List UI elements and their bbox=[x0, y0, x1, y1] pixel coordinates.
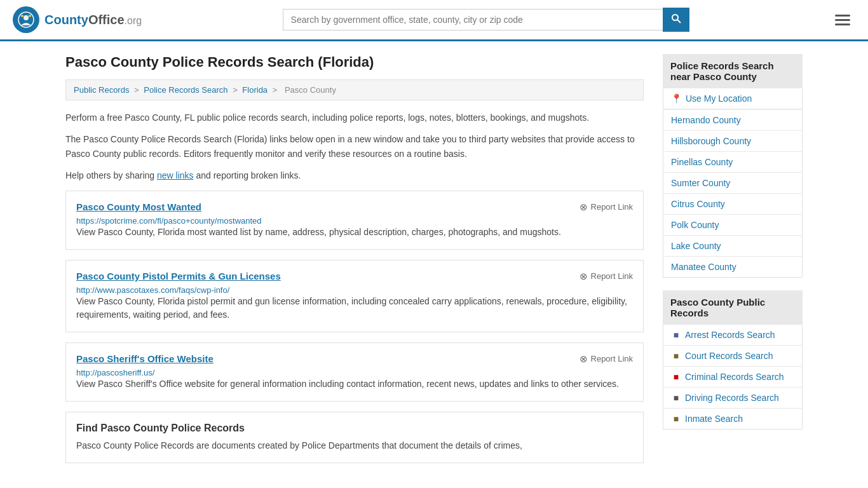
nearby-county-item-6[interactable]: Lake County bbox=[663, 236, 802, 257]
nearby-county-link-3[interactable]: Sumter County bbox=[663, 173, 802, 193]
logo-text: CountyOffice.org bbox=[44, 13, 142, 27]
nearby-county-link-4[interactable]: Citrus County bbox=[663, 194, 802, 214]
breadcrumb-sep3: > bbox=[273, 85, 280, 95]
result-item-2: Pasco Sheriff's Office Website ⊗ Report … bbox=[65, 342, 644, 402]
result-desc-0: View Pasco County, Florida most wanted l… bbox=[76, 226, 633, 239]
nearby-county-link-2[interactable]: Pinellas County bbox=[663, 152, 802, 172]
nearby-county-item-4[interactable]: Citrus County bbox=[663, 194, 802, 215]
report-icon-2: ⊗ bbox=[580, 353, 588, 365]
report-link-0[interactable]: ⊗ Report Link bbox=[580, 201, 633, 213]
nearby-county-link-7[interactable]: Manatee County bbox=[663, 257, 802, 277]
nearby-county-item-2[interactable]: Pinellas County bbox=[663, 152, 802, 173]
public-record-item-3[interactable]: ■ Driving Records Search bbox=[663, 388, 802, 409]
result-header-2: Pasco Sheriff's Office Website ⊗ Report … bbox=[76, 353, 633, 365]
result-url-0[interactable]: https://spotcrime.com/fl/pasco+county/mo… bbox=[76, 216, 262, 226]
nearby-county-item-0[interactable]: Hernando County bbox=[663, 110, 802, 131]
public-record-item-1[interactable]: ■ Court Records Search bbox=[663, 346, 802, 367]
breadcrumb-sep2: > bbox=[233, 85, 240, 95]
public-records-header: Pasco County Public Records bbox=[663, 290, 803, 325]
breadcrumb-florida[interactable]: Florida bbox=[242, 85, 268, 95]
hamburger-icon bbox=[835, 15, 850, 25]
hamburger-menu-button[interactable] bbox=[830, 12, 855, 28]
logo-icon bbox=[13, 6, 39, 33]
result-title-1[interactable]: Pasco County Pistol Permits & Gun Licens… bbox=[76, 271, 281, 281]
public-record-item-4[interactable]: ■ Inmate Search bbox=[663, 409, 802, 429]
find-section: Find Pasco County Police Records Pasco C… bbox=[65, 412, 644, 463]
svg-point-4 bbox=[672, 15, 678, 20]
public-record-item-0[interactable]: ■ Arrest Records Search bbox=[663, 325, 802, 346]
criminal-icon: ■ bbox=[671, 372, 681, 382]
breadcrumb-police-records-search[interactable]: Police Records Search bbox=[144, 85, 227, 95]
nearby-county-link-6[interactable]: Lake County bbox=[663, 236, 802, 256]
nearby-county-link-1[interactable]: Hillsborough County bbox=[663, 131, 802, 151]
arrest-icon: ■ bbox=[671, 330, 681, 340]
result-desc-2: View Pasco Sheriff's Office website for … bbox=[76, 377, 633, 391]
result-desc-1: View Pasco County, Florida pistol permit… bbox=[76, 295, 633, 322]
report-link-1[interactable]: ⊗ Report Link bbox=[580, 271, 633, 282]
svg-point-2 bbox=[21, 15, 24, 17]
find-section-title: Find Pasco County Police Records bbox=[76, 423, 633, 434]
nearby-county-item-5[interactable]: Polk County bbox=[663, 215, 802, 236]
nearby-section: Police Records Search near Pasco County … bbox=[663, 54, 803, 278]
court-icon: ■ bbox=[671, 351, 681, 361]
breadcrumb-public-records[interactable]: Public Records bbox=[74, 85, 129, 95]
public-records-list: ■ Arrest Records Search ■ Court Records … bbox=[663, 325, 803, 430]
sidebar: Police Records Search near Pasco County … bbox=[663, 54, 803, 463]
result-item-0: Pasco County Most Wanted ⊗ Report Link h… bbox=[65, 191, 644, 250]
svg-point-1 bbox=[24, 15, 29, 20]
nearby-county-item-7[interactable]: Manatee County bbox=[663, 257, 802, 277]
breadcrumb-sep1: > bbox=[134, 85, 141, 95]
svg-point-3 bbox=[29, 15, 31, 17]
use-location-item[interactable]: 📍 Use My Location bbox=[663, 88, 802, 110]
report-icon-1: ⊗ bbox=[580, 271, 588, 282]
header: CountyOffice.org bbox=[0, 0, 868, 41]
public-record-link-3[interactable]: ■ Driving Records Search bbox=[663, 388, 802, 408]
result-title-2[interactable]: Pasco Sheriff's Office Website bbox=[76, 353, 214, 364]
svg-line-5 bbox=[677, 20, 681, 23]
description-1: Perform a free Pasco County, FL public p… bbox=[65, 111, 644, 125]
nearby-county-link-5[interactable]: Polk County bbox=[663, 215, 802, 235]
nearby-county-item-3[interactable]: Sumter County bbox=[663, 173, 802, 194]
content-area: Pasco County Police Records Search (Flor… bbox=[65, 54, 644, 463]
main-container: Pasco County Police Records Search (Flor… bbox=[53, 41, 815, 476]
public-record-item-2[interactable]: ■ Criminal Records Search bbox=[663, 367, 802, 388]
description-2: The Pasco County Police Records Search (… bbox=[65, 132, 644, 161]
public-record-link-4[interactable]: ■ Inmate Search bbox=[663, 409, 802, 429]
use-location-link[interactable]: 📍 Use My Location bbox=[663, 88, 802, 109]
location-pin-icon: 📍 bbox=[671, 93, 682, 104]
public-record-link-1[interactable]: ■ Court Records Search bbox=[663, 346, 802, 366]
report-link-2[interactable]: ⊗ Report Link bbox=[580, 353, 633, 365]
header-right bbox=[830, 12, 855, 28]
search-input[interactable] bbox=[283, 9, 663, 30]
driving-icon: ■ bbox=[671, 393, 681, 403]
result-header-1: Pasco County Pistol Permits & Gun Licens… bbox=[76, 271, 633, 282]
breadcrumb: Public Records > Police Records Search >… bbox=[65, 79, 644, 100]
result-title-0[interactable]: Pasco County Most Wanted bbox=[76, 201, 201, 212]
breadcrumb-pasco-county: Pasco County bbox=[285, 85, 336, 95]
logo-area: CountyOffice.org bbox=[13, 6, 142, 33]
search-button[interactable] bbox=[663, 8, 689, 32]
nearby-list: 📍 Use My Location Hernando CountyHillsbo… bbox=[663, 88, 803, 278]
nearby-header: Police Records Search near Pasco County bbox=[663, 54, 803, 88]
page-title: Pasco County Police Records Search (Flor… bbox=[65, 54, 644, 71]
find-section-description: Pasco County Police Records are document… bbox=[76, 439, 633, 452]
public-record-link-2[interactable]: ■ Criminal Records Search bbox=[663, 367, 802, 387]
nearby-county-link-0[interactable]: Hernando County bbox=[663, 110, 802, 130]
result-header-0: Pasco County Most Wanted ⊗ Report Link bbox=[76, 201, 633, 213]
public-records-section: Pasco County Public Records ■ Arrest Rec… bbox=[663, 290, 803, 430]
result-url-2[interactable]: http://pascosheriff.us/ bbox=[76, 368, 154, 377]
description-3: Help others by sharing new links and rep… bbox=[65, 168, 644, 182]
inmate-icon: ■ bbox=[671, 414, 681, 424]
result-url-1[interactable]: http://www.pascotaxes.com/faqs/cwp-info/ bbox=[76, 285, 229, 295]
results-container: Pasco County Most Wanted ⊗ Report Link h… bbox=[65, 191, 644, 402]
search-area bbox=[283, 8, 689, 32]
report-icon-0: ⊗ bbox=[580, 201, 588, 213]
result-item-1: Pasco County Pistol Permits & Gun Licens… bbox=[65, 260, 644, 332]
public-record-link-0[interactable]: ■ Arrest Records Search bbox=[663, 325, 802, 345]
new-links-link[interactable]: new links bbox=[157, 170, 194, 180]
nearby-county-item-1[interactable]: Hillsborough County bbox=[663, 131, 802, 152]
